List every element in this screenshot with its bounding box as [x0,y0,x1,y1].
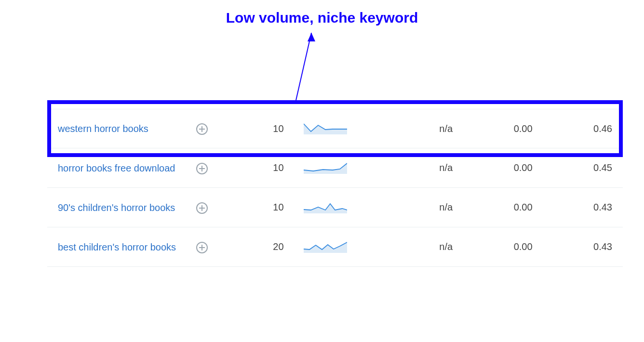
volume-value: 20 [222,241,284,252]
table-row: western horror books10n/a0.000.46 [47,109,623,148]
cpc-value: 0.00 [456,123,532,134]
keyword-link[interactable]: best children's horror books [58,240,191,254]
add-keyword-button[interactable] [195,240,209,255]
cpc-value: 0.00 [456,241,532,252]
trend-value: n/a [367,241,453,252]
add-keyword-button[interactable] [195,201,209,215]
table-row: horror books free download10n/a0.000.45 [47,148,623,188]
table-row: best children's horror books20n/a0.000.4… [47,227,623,267]
add-keyword-button[interactable] [195,122,209,136]
volume-value: 10 [222,162,284,173]
volume-value: 10 [222,202,284,213]
keyword-link[interactable]: western horror books [58,122,191,135]
sparkline-chart [304,162,347,174]
add-keyword-button[interactable] [195,161,209,176]
sparkline-chart [304,123,347,134]
plus-circle-icon [196,162,208,175]
add-button-cell [195,121,218,136]
annotation-arrow [294,33,352,105]
sparkline-cell [288,202,363,213]
cpc-value: 0.00 [456,202,532,213]
trend-value: n/a [367,123,453,134]
trend-value: n/a [367,202,453,213]
trend-value: n/a [367,162,453,173]
keyword-link[interactable]: 90's children's horror books [58,201,191,214]
sparkline-cell [288,241,363,253]
competition-value: 0.43 [537,241,612,252]
plus-circle-icon [196,202,208,214]
competition-value: 0.43 [537,202,612,213]
sparkline-cell [288,123,363,134]
plus-circle-icon [196,241,208,254]
volume-value: 10 [222,123,284,134]
cpc-value: 0.00 [456,162,532,173]
sparkline-cell [288,162,363,174]
table-row: 90's children's horror books10n/a0.000.4… [47,188,623,227]
add-button-cell [195,239,218,255]
keyword-table: western horror books10n/a0.000.46horror … [47,109,623,267]
add-button-cell [195,200,218,215]
sparkline-chart [304,241,347,253]
svg-marker-1 [308,33,315,41]
sparkline-chart [304,202,347,213]
competition-value: 0.46 [537,123,612,134]
keyword-link[interactable]: horror books free download [58,161,191,175]
svg-line-0 [296,33,311,100]
plus-circle-icon [196,123,208,135]
annotation-title: Low volume, niche keyword [226,10,418,26]
competition-value: 0.45 [537,162,612,173]
add-button-cell [195,160,218,176]
